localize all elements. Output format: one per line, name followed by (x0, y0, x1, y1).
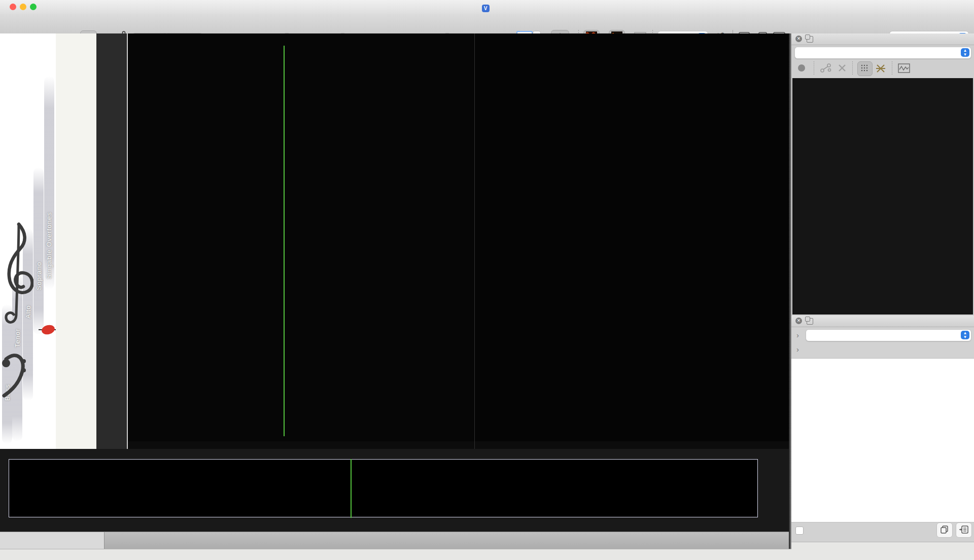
file-tab[interactable] (0, 532, 105, 549)
marker-tool-icon[interactable] (876, 63, 886, 74)
trace-tool-icon[interactable] (820, 63, 832, 73)
harmonics-view[interactable] (474, 33, 789, 449)
undock-panel-icon[interactable] (807, 318, 813, 325)
spectrogram-canvas[interactable] (128, 46, 475, 439)
soprano-label: Soprano (35, 234, 43, 290)
overview-waveform[interactable] (9, 459, 758, 517)
window-title: V (0, 3, 974, 12)
piano-keyboard[interactable] (56, 33, 97, 449)
close-panel-icon[interactable]: ✕ (795, 318, 802, 324)
overview-time-axis (0, 518, 789, 532)
app-icon: V (482, 5, 490, 12)
analysis-disclosure-icon[interactable]: › (796, 331, 799, 339)
vowel-chart-header: ✕ (791, 33, 974, 45)
statistics-content (791, 358, 974, 522)
status-time (791, 542, 974, 560)
undock-panel-icon[interactable] (807, 36, 813, 43)
vowel-chart-panel: ✕ ▲▼ (791, 33, 974, 316)
frequency-axis (96, 33, 127, 449)
title-bar: V (0, 0, 974, 14)
close-panel-icon[interactable]: ✕ (795, 36, 802, 42)
spectrogram-time-axis (128, 441, 475, 449)
vowel-preset-select[interactable]: ▲▼ (794, 47, 971, 59)
show-markers-checkbox[interactable] (795, 527, 804, 535)
select-analysis-dropdown[interactable]: ▲▼ (806, 329, 971, 341)
spectrogram-view[interactable] (127, 33, 475, 449)
treble-clef-icon (2, 215, 33, 334)
vowel-chart-plot[interactable] (792, 78, 973, 314)
vocal-range-panel: Bass Tenor Alto Soprano Singable Overton… (0, 33, 56, 449)
grid-toggle-button[interactable] (857, 61, 873, 76)
main-toolbar: ☀ ◐ ▲▼ ▲▼ ⚙⚙ ▲▼ (0, 14, 974, 34)
overview-playhead[interactable] (351, 459, 352, 518)
bass-clef-icon (0, 348, 26, 403)
tab-bar (0, 532, 789, 549)
history-plot-icon[interactable] (898, 63, 910, 73)
copy-stats-button[interactable] (936, 522, 953, 538)
settings-disclosure-icon[interactable]: › (796, 345, 799, 354)
overview-section (0, 449, 789, 532)
vowel-toolbar (791, 60, 974, 77)
intensity-axis (475, 441, 789, 449)
spectrogram-playhead[interactable] (284, 46, 285, 436)
note-markers-bar (128, 38, 475, 45)
overview-note-bar (0, 450, 789, 457)
dot-tool-icon[interactable] (797, 64, 806, 72)
mean-pitch-row (791, 384, 974, 395)
clear-tool-icon[interactable] (838, 64, 846, 72)
harmonics-table-header (792, 413, 919, 432)
pitch-row (791, 373, 974, 384)
statistics-header: ✕ (791, 316, 974, 327)
vocevista-window: V ☀ ◐ ▲▼ ▲▼ ⚙⚙ (0, 0, 974, 560)
time-position-row (791, 362, 974, 373)
statistics-panel: ✕ › ▲▼ › (791, 316, 974, 542)
export-stats-button[interactable] (956, 522, 972, 538)
singable-overtones-label: Singable Overtones (45, 152, 53, 279)
harmonics-canvas[interactable] (475, 46, 789, 439)
